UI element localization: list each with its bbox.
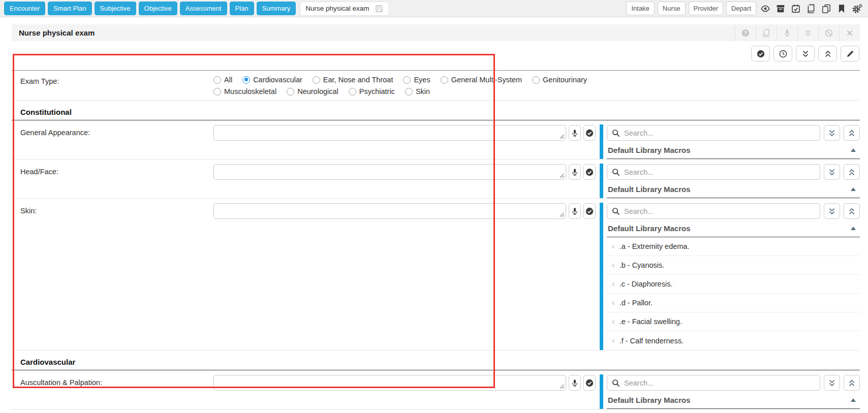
radio-circle[interactable] [403, 76, 411, 84]
macro-group-header[interactable]: Default Library Macros [607, 391, 860, 409]
exam-type-row: Exam Type: All Cardiovascular Ear, Nose … [12, 70, 860, 101]
field-label: Auscultation & Palpation: [12, 370, 213, 409]
eye-icon[interactable] [759, 4, 771, 13]
search-icon [612, 168, 620, 176]
collapse-macros-button[interactable] [844, 125, 860, 141]
macro-item[interactable]: ‹.b - Cyanosis. [607, 256, 860, 275]
macro-search-input[interactable] [624, 129, 815, 137]
macro-group-header[interactable]: Default Library Macros [607, 219, 860, 237]
head-face-textarea[interactable] [213, 164, 566, 180]
depart-button[interactable]: Depart [726, 2, 756, 15]
radio-circle[interactable] [405, 88, 413, 96]
macro-item[interactable]: ‹.d - Pallor. [607, 294, 860, 312]
caret-up-icon[interactable] [851, 227, 856, 230]
help-circle-icon[interactable] [735, 24, 756, 41]
copy-icon[interactable] [820, 4, 832, 13]
archive-box-icon[interactable] [774, 4, 787, 13]
radio-skin[interactable]: Skin [405, 87, 430, 96]
radio-circle[interactable] [313, 76, 320, 84]
nav-objective-button[interactable]: Objective [139, 2, 177, 15]
radio-general-multi-system[interactable]: General Multi-System [441, 76, 522, 84]
provider-button[interactable]: Provider [689, 2, 723, 15]
radio-circle[interactable] [213, 88, 221, 96]
macro-item[interactable]: ‹.f - Calf tenderness. [607, 331, 860, 350]
radio-circle[interactable] [532, 76, 540, 84]
history-clock-button[interactable] [773, 46, 792, 61]
radio-all[interactable]: All [213, 76, 232, 84]
microphone-icon[interactable] [777, 24, 797, 41]
radio-eyes[interactable]: Eyes [403, 76, 430, 84]
dictate-mic-button[interactable] [569, 375, 581, 391]
nav-smart-plan-button[interactable]: Smart Plan [48, 2, 91, 15]
nurse-button[interactable]: Nurse [658, 2, 686, 15]
macro-item[interactable]: ‹.e - Facial swelling. [607, 312, 860, 331]
confirm-check-button[interactable] [583, 164, 596, 180]
macro-item[interactable]: ‹.a - Extremity edema. [607, 237, 860, 256]
macro-search-input[interactable] [624, 168, 815, 176]
radio-genitourinary[interactable]: Genitourinary [532, 76, 587, 84]
caret-up-icon[interactable] [851, 187, 856, 191]
radio-musculoskeletal[interactable]: Musculoskeletal [213, 87, 276, 96]
radio-circle[interactable] [242, 76, 250, 84]
radio-circle[interactable] [349, 88, 356, 96]
macro-item[interactable]: ‹.c - Diaphoresis. [607, 275, 860, 294]
radio-circle[interactable] [287, 88, 294, 96]
radio-cardiovascular[interactable]: Cardiovascular [242, 76, 302, 84]
ban-icon[interactable] [818, 24, 839, 41]
edit-pencil-button[interactable] [841, 46, 859, 61]
dictate-mic-button[interactable] [569, 203, 581, 219]
chevron-double-down-icon[interactable] [797, 24, 818, 41]
macro-search-box[interactable] [607, 125, 820, 141]
auscultation-palpation-textarea[interactable] [213, 375, 566, 391]
expand-macros-button[interactable] [824, 203, 840, 219]
radio-ear-nose-throat[interactable]: Ear, Nose and Throat [313, 76, 393, 84]
macro-search-input[interactable] [624, 207, 815, 215]
collapse-macros-button[interactable] [844, 203, 860, 219]
nav-plan-button[interactable]: Plan [230, 2, 254, 15]
collapse-macros-button[interactable] [844, 375, 860, 391]
radio-circle[interactable] [441, 76, 448, 84]
macro-search-box[interactable] [607, 375, 820, 391]
collapse-all-button[interactable] [818, 46, 837, 61]
macro-search-box[interactable] [607, 203, 820, 219]
nav-summary-button[interactable]: Summary [257, 2, 296, 15]
book-icon[interactable] [805, 4, 817, 13]
caret-up-icon[interactable] [851, 398, 856, 402]
macro-panel-accent-bar [600, 203, 603, 350]
active-form-tab[interactable]: Nurse physical exam [300, 2, 389, 16]
macro-search-box[interactable] [607, 164, 820, 180]
radio-neurological[interactable]: Neurological [287, 87, 338, 96]
expand-macros-button[interactable] [824, 164, 840, 180]
nav-encounter-button[interactable]: Encounter [4, 2, 45, 15]
macro-group-header[interactable]: Default Library Macros [607, 141, 860, 159]
save-floppy-icon[interactable] [375, 4, 384, 13]
nav-assessment-button[interactable]: Assessment [180, 2, 227, 15]
complete-check-button[interactable] [751, 46, 770, 61]
settings-gears-icon[interactable] [851, 4, 864, 14]
search-icon [612, 207, 620, 215]
calendar-check-icon[interactable] [790, 4, 802, 13]
skin-textarea[interactable] [213, 203, 566, 219]
confirm-check-button[interactable] [583, 125, 596, 141]
nav-subjective-button[interactable]: Subjective [95, 2, 136, 15]
intake-button[interactable]: Intake [626, 2, 654, 15]
macro-group-header[interactable]: Default Library Macros [607, 180, 860, 198]
general-appearance-textarea[interactable] [213, 125, 566, 141]
field-row-head-face: Head/Face: Default Library Macros [12, 160, 860, 199]
bookmark-icon[interactable] [835, 4, 848, 13]
radio-psychiatric[interactable]: Psychiatric [349, 87, 395, 96]
radio-circle[interactable] [213, 76, 221, 84]
collapse-macros-button[interactable] [844, 164, 860, 180]
expand-macros-button[interactable] [824, 125, 840, 141]
expand-macros-button[interactable] [824, 375, 840, 391]
dictate-mic-button[interactable] [569, 125, 581, 141]
expand-all-button[interactable] [796, 46, 815, 61]
book-icon[interactable] [756, 24, 777, 41]
confirm-check-button[interactable] [583, 375, 596, 391]
caret-up-icon[interactable] [851, 148, 856, 152]
close-icon[interactable] [839, 24, 860, 41]
macro-search-input[interactable] [624, 379, 815, 387]
dictate-mic-button[interactable] [569, 164, 581, 180]
confirm-check-button[interactable] [583, 203, 596, 219]
field-label: General Appearance: [12, 120, 213, 159]
